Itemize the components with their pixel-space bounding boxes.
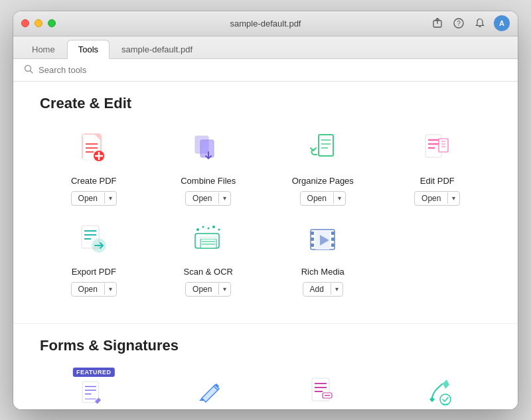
combine-files-arrow: ▾ [218,192,230,204]
tool-request-esig: FEATURED Request E- [40,370,148,409]
request-esig-icon: FEATURED [72,370,115,409]
svg-rect-23 [439,139,448,152]
main-content[interactable]: Create & Edit [13,82,518,409]
organize-pages-arrow: ▾ [333,192,345,204]
svg-point-62 [440,394,451,405]
scan-ocr-arrow: ▾ [218,283,230,295]
forms-signatures-title: Forms & Signatures [40,337,491,354]
certificates-icon [416,370,459,409]
tool-organize-pages: Organize Pages Open ▾ [269,128,377,206]
titlebar-title: sample-default.pdf [230,19,301,29]
svg-point-35 [207,227,209,229]
tool-prepare-form: Prepare Form [269,370,377,409]
rich-media-button[interactable]: Add ▾ [303,282,343,297]
tool-scan-ocr: Scan & OCR Open ▾ [155,219,263,297]
export-pdf-arrow: ▾ [104,283,116,295]
svg-rect-38 [200,239,216,248]
traffic-lights [21,19,56,27]
svg-point-34 [202,226,204,228]
search-input[interactable] [38,65,171,75]
prepare-form-icon [301,370,344,409]
titlebar-actions: ? A [430,15,510,31]
rich-media-icon [301,219,344,261]
organize-pages-button[interactable]: Open ▾ [300,191,346,206]
fill-sign-icon [187,370,230,409]
svg-rect-46 [331,232,335,235]
combine-files-name: Combine Files [181,176,236,186]
featured-badge: FEATURED [73,368,114,377]
help-icon[interactable]: ? [451,16,466,31]
close-button[interactable] [21,19,29,27]
export-pdf-button[interactable]: Open ▾ [71,282,117,297]
create-edit-grid: Create PDF Open ▾ [40,128,491,297]
edit-pdf-name: Edit PDF [420,176,455,186]
tab-tools[interactable]: Tools [67,40,110,59]
svg-point-36 [212,226,215,228]
svg-line-5 [31,70,33,73]
tool-fill-sign: Fill & Sign [155,370,263,409]
tab-file[interactable]: sample-default.pdf [111,40,203,58]
svg-rect-44 [311,238,314,241]
create-pdf-arrow: ▾ [104,192,116,204]
create-pdf-icon [72,128,115,171]
maximize-button[interactable] [48,19,56,27]
svg-rect-45 [311,244,314,247]
edit-pdf-icon [416,128,459,171]
minimize-button[interactable] [35,19,42,27]
edit-pdf-arrow: ▾ [447,192,459,204]
tabbar: Home Tools sample-default.pdf [13,36,518,59]
search-icon [24,64,33,76]
tab-home[interactable]: Home [21,40,66,58]
titlebar: sample-default.pdf ? [13,11,518,36]
tool-export-pdf: Export PDF Open ▾ [40,219,148,297]
create-edit-section: Create & Edit [13,82,518,323]
bell-icon[interactable] [473,16,487,31]
searchbar [13,59,518,82]
svg-rect-47 [331,238,335,241]
svg-text:?: ? [457,20,461,27]
svg-rect-15 [319,135,333,156]
svg-rect-41 [199,236,218,239]
tool-combine-files: Combine Files Open ▾ [155,128,263,206]
rich-media-name: Rich Media [301,267,344,277]
edit-pdf-button[interactable]: Open ▾ [414,191,460,206]
scan-ocr-icon [187,219,230,261]
export-pdf-name: Export PDF [72,267,116,277]
combine-files-icon [187,128,230,171]
svg-rect-14 [200,140,214,157]
scan-ocr-name: Scan & OCR [184,267,233,277]
main-window: sample-default.pdf ? [13,11,518,409]
svg-rect-51 [82,382,98,403]
organize-pages-name: Organize Pages [292,176,354,186]
svg-point-33 [196,228,199,231]
create-edit-title: Create & Edit [40,95,491,112]
tool-create-pdf: Create PDF Open ▾ [40,128,148,206]
export-pdf-icon [72,219,115,261]
tool-certificates: Certificates [384,370,492,409]
forms-signatures-section: Forms & Signatures FEATURED [13,323,518,409]
tool-rich-media: Rich Media Add ▾ [269,219,377,297]
user-avatar[interactable]: A [494,15,510,31]
forms-signatures-grid: FEATURED Request E- [40,370,491,409]
rich-media-arrow: ▾ [331,283,342,295]
scan-ocr-button[interactable]: Open ▾ [185,282,231,297]
svg-rect-43 [311,232,314,235]
combine-files-button[interactable]: Open ▾ [185,191,231,206]
svg-point-37 [218,228,220,230]
tool-edit-pdf: Edit PDF Open ▾ [384,128,492,206]
create-pdf-name: Create PDF [71,176,117,186]
organize-pages-icon [301,128,344,171]
create-pdf-button[interactable]: Open ▾ [71,191,117,206]
share-icon[interactable] [430,16,445,31]
svg-rect-48 [331,244,335,247]
